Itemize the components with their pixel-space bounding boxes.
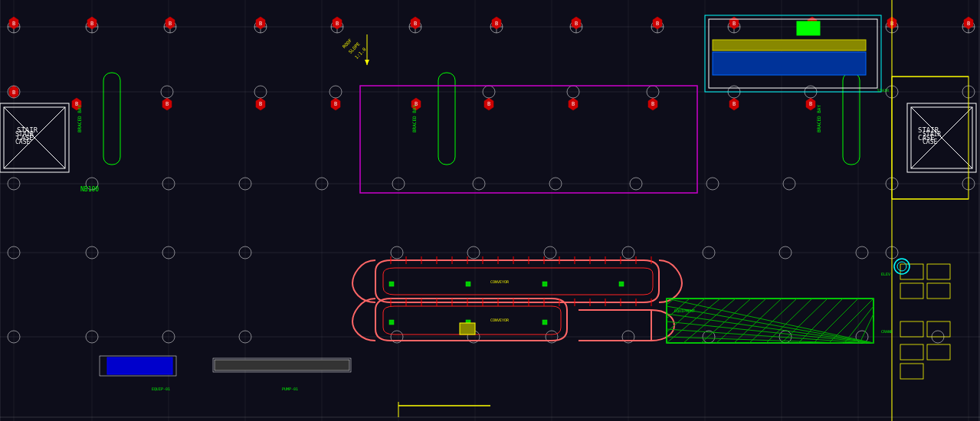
svg-text:B: B: [809, 101, 812, 107]
svg-text:B: B: [414, 21, 417, 27]
stair-case-left-label: STAIRCASE: [17, 126, 38, 142]
svg-rect-183: [713, 52, 866, 75]
svg-text:B: B: [651, 101, 654, 107]
svg-text:BRACED BAY: BRACED BAY: [816, 105, 821, 133]
svg-text:BRACED BAY: BRACED BAY: [77, 105, 82, 133]
svg-text:B: B: [487, 101, 490, 107]
svg-text:B: B: [166, 101, 169, 107]
svg-text:B: B: [575, 21, 578, 27]
cad-drawing: B B B B B B B B B B B B B B B B B B B B …: [0, 0, 980, 421]
svg-text:B: B: [169, 21, 172, 27]
svg-rect-278: [542, 320, 547, 325]
svg-text:B: B: [656, 21, 659, 27]
svg-rect-276: [389, 320, 394, 325]
svg-text:EQUIP-01: EQUIP-01: [152, 387, 170, 391]
svg-rect-216: [215, 360, 349, 370]
svg-text:B: B: [259, 21, 262, 27]
svg-rect-182: [797, 21, 820, 35]
svg-text:ELEV.: ELEV.: [881, 272, 893, 276]
svg-rect-273: [466, 282, 470, 286]
svg-text:B: B: [733, 21, 736, 27]
svg-text:NB100: NB100: [80, 186, 99, 193]
svg-rect-279: [460, 323, 475, 335]
svg-text:B: B: [733, 101, 736, 107]
svg-text:B: B: [572, 101, 575, 107]
svg-text:CONVEYOR: CONVEYOR: [490, 279, 510, 284]
svg-text:B: B: [336, 21, 339, 27]
svg-text:STAIR: STAIR: [877, 88, 890, 93]
svg-text:B: B: [495, 21, 498, 27]
svg-rect-272: [389, 282, 394, 286]
svg-text:B: B: [259, 101, 262, 107]
svg-rect-274: [542, 282, 547, 286]
svg-rect-213: [107, 357, 172, 374]
svg-text:BRACED BAY: BRACED BAY: [411, 105, 417, 133]
svg-rect-275: [619, 282, 624, 286]
svg-rect-184: [713, 40, 866, 51]
svg-text:PUMP-01: PUMP-01: [282, 387, 298, 391]
svg-text:CRANE: CRANE: [881, 329, 893, 334]
cad-svg: B B B B B B B B B B B B B B B B B B B B …: [0, 0, 980, 421]
svg-text:B: B: [334, 101, 337, 107]
svg-text:EQUIPMENT: EQUIPMENT: [674, 308, 695, 313]
svg-text:CONVEYOR: CONVEYOR: [490, 318, 510, 322]
stair-case-right-label: STAIRCASE: [918, 126, 939, 142]
